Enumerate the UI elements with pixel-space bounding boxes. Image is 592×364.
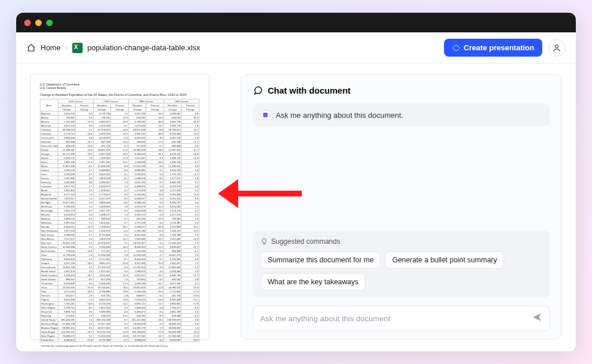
table-row: Montana1,084,2259.6989,4159.7902,19512.9… — [40, 217, 199, 221]
table-row: West Virginia1,793,716-3.21,852,9942.51,… — [40, 306, 199, 310]
table-row: Midwest Region68,985,4543.166,927,0013.9… — [40, 326, 199, 330]
excel-file-icon — [72, 43, 83, 53]
doc-dept-line2: U.S. Census Bureau — [40, 86, 199, 90]
chat-header: Chat with document — [253, 85, 550, 95]
table-row: New Jersey9,288,9945.78,791,8944.58,414,… — [40, 233, 199, 237]
table-row: Massachusetts7,029,9177.46,547,6293.16,3… — [40, 196, 199, 200]
table-row: Kentucky4,505,8363.84,339,3677.44,041,76… — [40, 180, 199, 184]
table-row: Virginia8,631,3937.98,001,02413.07,078,5… — [40, 298, 199, 302]
user-avatar[interactable] — [548, 39, 565, 57]
table-row: Rhode Island1,097,3794.31,052,5670.41,04… — [40, 269, 199, 273]
svg-point-0 — [555, 44, 558, 47]
suggestion-chip-0[interactable]: Summarize this document for me — [261, 251, 380, 269]
main-content: U.S. Department of Commerce U.S. Census … — [16, 64, 576, 351]
table-row: Nevada3,104,61415.02,700,55135.11,998,25… — [40, 225, 199, 229]
chat-panel: Chat with document Ask me anything about… — [240, 74, 562, 340]
table-row: Wyoming576,8512.3563,62614.1493,7828.945… — [40, 314, 199, 318]
user-icon — [552, 43, 561, 53]
chat-header-label: Chat with document — [268, 86, 350, 95]
table-row: Vermont643,0772.8625,7412.8608,8278.2562… — [40, 294, 199, 298]
breadcrumb: Home › population-change-data-table.xlsx — [27, 43, 200, 53]
send-button[interactable] — [532, 312, 542, 325]
suggested-commands-header: Suggested commands — [261, 237, 542, 246]
table-row: Oregon4,237,25610.63,831,07412.03,421,39… — [40, 261, 199, 265]
table-row: Missouri6,154,9132.85,988,9277.05,595,21… — [40, 213, 199, 217]
bot-avatar-icon — [261, 110, 270, 120]
chat-input-row — [253, 306, 550, 331]
chat-column: Chat with document Ask me anything about… — [240, 74, 562, 340]
table-row: Wisconsin5,893,7183.65,686,9866.05,363,6… — [40, 310, 199, 314]
table-row: South Region126,266,10710.2114,555,74414… — [40, 330, 199, 334]
suggestion-chip-2[interactable]: What are the key takeaways — [261, 273, 365, 291]
table-row: South Carolina5,118,42510.74,625,36415.3… — [40, 273, 199, 277]
breadcrumb-filename[interactable]: population-change-data-table.xlsx — [87, 43, 200, 52]
close-window-button[interactable] — [24, 20, 31, 26]
suggestion-chip-1[interactable]: Generate a bullet point summary — [385, 251, 504, 269]
table-row: Louisiana4,657,7572.74,533,3721.44,468,9… — [40, 184, 199, 188]
chevron-right-icon: › — [65, 43, 68, 52]
minimize-window-button[interactable] — [35, 20, 42, 26]
bot-greeting-text: Ask me anything about this document. — [276, 111, 403, 120]
census-table-body: Alabama5,024,2795.04,779,7367.54,447,100… — [40, 112, 199, 342]
chat-input[interactable] — [260, 314, 526, 323]
maximize-window-button[interactable] — [46, 20, 53, 26]
table-row: Mississippi2,961,279-0.22,967,2974.32,84… — [40, 209, 199, 213]
table-row: Maine1,362,3592.61,328,3614.21,274,9233.… — [40, 188, 199, 192]
create-presentation-label: Create presentation — [464, 43, 534, 52]
table-row: Texas29,145,50515.925,145,56120.620,851,… — [40, 285, 199, 289]
table-row: Hawaii1,455,2717.01,360,30112.31,211,537… — [40, 156, 199, 160]
bot-greeting-row: Ask me anything about this document. — [253, 103, 550, 127]
table-row: United States¹331,449,2817.4308,745,5389… — [40, 318, 199, 322]
doc-page-number: Page 1 of 3 — [40, 347, 199, 351]
table-row: New Mexico2,117,5222.82,059,17913.21,819… — [40, 237, 199, 241]
table-row: Delaware989,94810.2897,93414.6783,60017.… — [40, 140, 199, 144]
census-table-head: Area2020 Census2010 Census2000 Census199… — [40, 99, 199, 112]
doc-title: Change in Resident Population of the 50 … — [40, 93, 199, 96]
table-row: California39,538,2236.137,253,95610.033,… — [40, 128, 199, 132]
breadcrumb-home[interactable]: Home — [40, 43, 61, 52]
create-presentation-button[interactable]: Create presentation — [444, 39, 542, 57]
table-row: Alabama5,024,2795.04,779,7367.54,447,100… — [40, 112, 199, 116]
suggested-commands-block: Suggested commands Summarize this docume… — [253, 231, 550, 298]
table-row: Florida21,538,18714.618,801,31017.615,98… — [40, 148, 199, 152]
table-row: North Carolina10,439,3889.59,535,48318.5… — [40, 245, 199, 249]
table-row: New York20,201,2494.219,378,1022.118,976… — [40, 241, 199, 245]
chat-bubble-icon — [253, 85, 263, 95]
document-preview-column: U.S. Department of Commerce U.S. Census … — [30, 74, 227, 340]
window-titlebar — [16, 13, 576, 32]
table-row: Indiana6,785,5284.76,483,8026.66,080,485… — [40, 168, 199, 172]
table-row: District of Columbia689,54514.6601,7235.… — [40, 144, 199, 148]
table-row: Northeast Region57,609,1484.155,317,2403… — [40, 322, 199, 326]
lightbulb-icon — [261, 238, 268, 245]
table-row: Arkansas3,011,5243.32,915,9189.12,673,40… — [40, 124, 199, 128]
table-row: Nebraska1,961,5047.41,826,3416.71,711,26… — [40, 221, 199, 225]
table-row: Connecticut3,605,9440.93,574,0974.93,405… — [40, 136, 199, 140]
suggested-commands-label: Suggested commands — [271, 237, 340, 246]
table-row: North Dakota779,09415.8672,5914.7642,200… — [40, 249, 199, 253]
table-row: South Dakota886,6678.9814,1807.9754,8448… — [40, 277, 199, 281]
table-row: Ohio11,799,4482.311,536,5041.611,353,140… — [40, 253, 199, 257]
table-row: Georgia10,711,90810.69,687,65318.38,186,… — [40, 152, 199, 156]
suggestion-chips: Summarize this document for meGenerate a… — [261, 251, 542, 291]
table-row: Arizona7,151,50211.96,392,01724.65,130,6… — [40, 120, 199, 124]
traffic-lights — [24, 20, 53, 26]
send-icon — [532, 312, 542, 322]
app-window: Home › population-change-data-table.xlsx… — [16, 13, 576, 351]
table-row: Tennessee6,910,8408.96,346,10511.55,689,… — [40, 281, 199, 285]
table-row: West Region78,588,5729.271,945,55313.863… — [40, 334, 199, 338]
table-row: Utah3,271,61618.42,763,88523.82,233,1692… — [40, 289, 199, 294]
table-row: Alaska733,3913.3710,23113.3626,93214.055… — [40, 116, 199, 120]
home-icon — [27, 43, 36, 53]
table-row: Minnesota5,706,4947.65,303,9257.84,919,4… — [40, 205, 199, 209]
table-row: Puerto Rico3,285,874-11.83,725,789-2.23,… — [40, 338, 199, 342]
top-bar: Home › population-change-data-table.xlsx… — [16, 32, 576, 64]
table-row: Pennsylvania13,002,7002.412,702,3793.412… — [40, 265, 199, 269]
table-row: New Hampshire1,377,5294.61,316,4706.51,2… — [40, 229, 199, 233]
table-row: Michigan10,077,3312.09,883,640-0.69,938,… — [40, 200, 199, 205]
sparkle-icon — [452, 44, 460, 52]
table-row: Oklahoma3,959,3535.53,751,3518.73,450,65… — [40, 257, 199, 261]
document-page[interactable]: U.S. Department of Commerce U.S. Census … — [30, 74, 209, 340]
table-row: Illinois12,812,508-0.112,830,6323.312,41… — [40, 164, 199, 168]
table-row: Idaho1,839,10617.31,567,58221.11,293,953… — [40, 160, 199, 164]
table-row: Iowa3,190,3694.73,046,3554.12,926,3245.4… — [40, 172, 199, 176]
